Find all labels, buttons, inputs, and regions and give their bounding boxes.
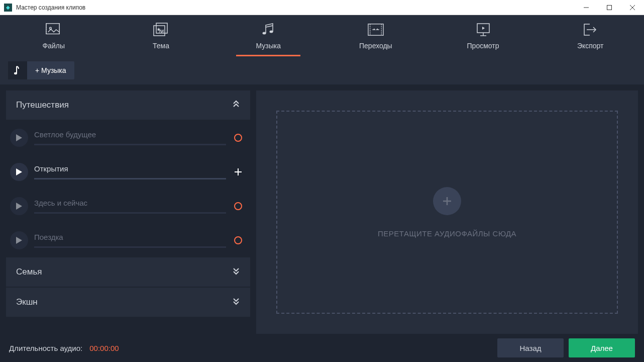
track-progress: [34, 212, 226, 214]
play-button[interactable]: [10, 197, 28, 215]
svg-point-22: [14, 72, 17, 74]
track-row: Открытия: [6, 155, 250, 189]
nav-files-label: Файлы: [43, 42, 65, 50]
chevron-up-icon: [232, 100, 240, 110]
footer: Длительность аудио: 00:00:00 Назад Далее: [0, 334, 644, 362]
chevron-down-icon: [232, 267, 240, 277]
back-button[interactable]: Назад: [497, 338, 564, 357]
svg-marker-24: [16, 168, 22, 175]
svg-rect-4: [46, 24, 59, 34]
music-library-panel: Путешествия Светлое будущее Открытия: [6, 90, 250, 334]
export-icon: [582, 22, 598, 38]
track-progress: [34, 246, 226, 248]
track-body: Поездка: [34, 233, 226, 248]
category-action-header[interactable]: Экшн: [6, 288, 250, 317]
nav-preview[interactable]: Просмотр: [430, 15, 537, 56]
category-action-title: Экшн: [16, 297, 38, 307]
nav-export[interactable]: Экспорт: [536, 15, 644, 56]
preview-icon: [475, 22, 491, 38]
play-button[interactable]: [10, 129, 28, 147]
track-name: Открытия: [34, 164, 226, 173]
track-body: Здесь и сейчас: [34, 199, 226, 214]
svg-marker-27: [16, 203, 22, 210]
nav-theme[interactable]: Тема: [108, 15, 215, 56]
nav-preview-label: Просмотр: [467, 42, 499, 50]
track-name: Светлое будущее: [34, 130, 226, 139]
track-name: Поездка: [34, 233, 226, 241]
track-name: Здесь и сейчас: [34, 199, 226, 207]
add-music-button[interactable]: + Музыка: [8, 61, 74, 79]
svg-line-13: [266, 26, 273, 27]
category-family-title: Семья: [16, 267, 42, 277]
category-travel-header[interactable]: Путешествия: [6, 90, 250, 120]
track-loading-icon: [232, 132, 244, 144]
track-row: Здесь и сейчас: [6, 189, 250, 223]
main-area: Путешествия Светлое будущее Открытия: [0, 84, 644, 334]
transitions-icon: [368, 22, 384, 38]
audio-dropzone[interactable]: ПЕРЕТАЩИТЕ АУДИОФАЙЛЫ СЮДА: [276, 111, 618, 314]
play-button[interactable]: [10, 231, 28, 249]
category-travel-title: Путешествия: [16, 100, 69, 110]
track-body: Светлое будущее: [34, 130, 226, 145]
music-icon: [260, 22, 276, 38]
nav-music[interactable]: Музыка: [214, 15, 322, 56]
nav-files[interactable]: Файлы: [0, 15, 108, 56]
track-progress: [34, 144, 226, 145]
app-body: Файлы Тема Музыка Переходы Просмотр: [0, 15, 644, 362]
top-nav: Файлы Тема Музыка Переходы Просмотр: [0, 15, 644, 56]
svg-point-12: [270, 31, 273, 33]
svg-marker-23: [16, 134, 22, 141]
chevron-down-icon: [232, 297, 240, 307]
track-body: Открытия: [34, 164, 226, 179]
svg-marker-18: [482, 27, 485, 30]
dropzone-text: ПЕРЕТАЩИТЕ АУДИОФАЙЛЫ СЮДА: [378, 229, 516, 238]
duration-label: Длительность аудио:: [9, 344, 82, 352]
nav-theme-label: Тема: [153, 42, 169, 50]
nav-music-label: Музыка: [256, 42, 281, 50]
track-loading-icon: [232, 234, 244, 246]
window-controls: [575, 0, 644, 15]
svg-rect-1: [607, 5, 612, 10]
theme-icon: [153, 22, 169, 38]
add-music-label: + Музыка: [27, 66, 74, 74]
track-row: Поездка: [6, 223, 250, 257]
category-family-header[interactable]: Семья: [6, 257, 250, 287]
svg-rect-14: [368, 24, 383, 36]
close-button[interactable]: [621, 0, 644, 15]
nav-export-label: Экспорт: [577, 42, 604, 50]
play-button[interactable]: [10, 163, 28, 181]
window-title: Мастер создания клипов: [16, 4, 575, 11]
duration-value: 00:00:00: [89, 344, 119, 352]
preview-panel: ПЕРЕТАЩИТЕ АУДИОФАЙЛЫ СЮДА: [256, 90, 638, 334]
nav-transitions[interactable]: Переходы: [322, 15, 430, 56]
nav-transitions-label: Переходы: [359, 42, 392, 50]
titlebar: ◆ Мастер создания клипов: [0, 0, 644, 15]
app-icon: ◆: [4, 4, 12, 12]
maximize-button[interactable]: [598, 0, 621, 15]
next-button[interactable]: Далее: [569, 338, 635, 357]
track-row: Светлое будущее: [6, 121, 250, 155]
note-icon: [8, 61, 27, 79]
track-add-button[interactable]: [232, 166, 244, 178]
track-progress[interactable]: [34, 178, 226, 179]
svg-marker-28: [16, 237, 22, 244]
minimize-button[interactable]: [575, 0, 598, 15]
files-icon: [46, 22, 62, 38]
track-loading-icon: [232, 200, 244, 212]
svg-point-11: [263, 32, 266, 35]
toolbar: + Музыка: [0, 56, 644, 84]
dropzone-plus-icon: [433, 187, 461, 215]
